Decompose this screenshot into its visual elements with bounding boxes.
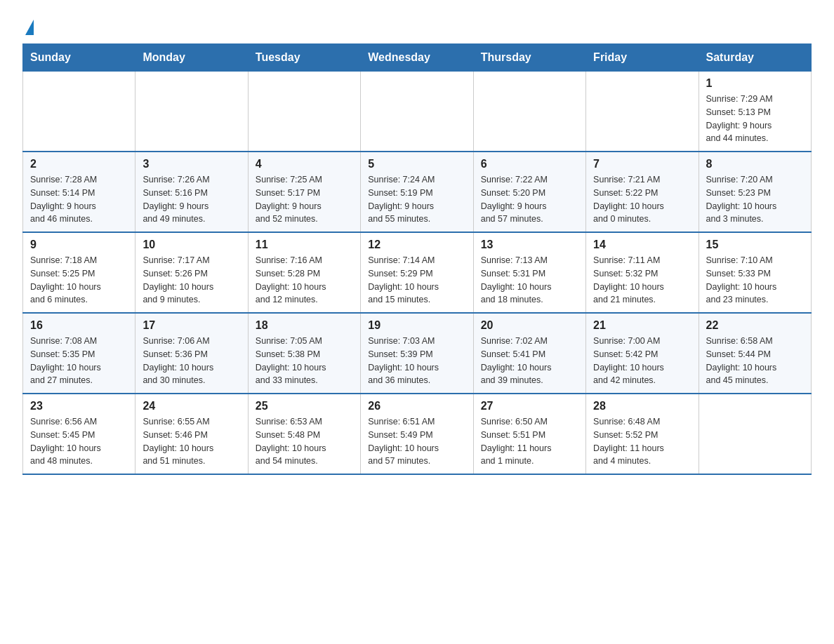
calendar-cell: 7Sunrise: 7:21 AM Sunset: 5:22 PM Daylig… <box>586 152 699 232</box>
day-number: 15 <box>706 239 804 251</box>
calendar-cell <box>699 394 811 474</box>
calendar-cell: 4Sunrise: 7:25 AM Sunset: 5:17 PM Daylig… <box>248 152 360 232</box>
header-cell-friday: Friday <box>586 44 699 72</box>
day-number: 26 <box>368 400 465 412</box>
calendar-header: SundayMondayTuesdayWednesdayThursdayFrid… <box>23 44 812 72</box>
header-cell-thursday: Thursday <box>473 44 585 72</box>
calendar-cell: 12Sunrise: 7:14 AM Sunset: 5:29 PM Dayli… <box>361 232 473 313</box>
calendar-cell: 1Sunrise: 7:29 AM Sunset: 5:13 PM Daylig… <box>699 72 811 152</box>
calendar-cell: 11Sunrise: 7:16 AM Sunset: 5:28 PM Dayli… <box>248 232 360 313</box>
calendar-cell <box>248 72 360 152</box>
day-number: 20 <box>481 319 578 332</box>
day-info: Sunrise: 7:21 AM Sunset: 5:22 PM Dayligh… <box>593 173 691 226</box>
calendar-cell <box>23 72 135 152</box>
day-info: Sunrise: 7:18 AM Sunset: 5:25 PM Dayligh… <box>30 254 128 307</box>
day-info: Sunrise: 7:06 AM Sunset: 5:36 PM Dayligh… <box>143 335 240 387</box>
calendar-body: 1Sunrise: 7:29 AM Sunset: 5:13 PM Daylig… <box>23 72 812 475</box>
header-cell-saturday: Saturday <box>699 44 811 72</box>
day-number: 21 <box>593 319 691 332</box>
day-number: 9 <box>30 239 128 251</box>
calendar-cell: 16Sunrise: 7:08 AM Sunset: 5:35 PM Dayli… <box>23 313 135 394</box>
day-info: Sunrise: 7:22 AM Sunset: 5:20 PM Dayligh… <box>481 173 578 226</box>
day-info: Sunrise: 6:56 AM Sunset: 5:45 PM Dayligh… <box>30 415 128 468</box>
day-info: Sunrise: 7:00 AM Sunset: 5:42 PM Dayligh… <box>593 335 691 387</box>
calendar-cell <box>361 72 473 152</box>
calendar-cell: 26Sunrise: 6:51 AM Sunset: 5:49 PM Dayli… <box>361 394 473 474</box>
day-info: Sunrise: 7:14 AM Sunset: 5:29 PM Dayligh… <box>368 254 465 307</box>
day-info: Sunrise: 7:28 AM Sunset: 5:14 PM Dayligh… <box>30 173 128 226</box>
day-number: 1 <box>706 77 804 90</box>
day-number: 18 <box>256 319 353 332</box>
header-cell-wednesday: Wednesday <box>361 44 473 72</box>
calendar-cell: 14Sunrise: 7:11 AM Sunset: 5:32 PM Dayli… <box>586 232 699 313</box>
page-header <box>22 17 812 35</box>
calendar-table: SundayMondayTuesdayWednesdayThursdayFrid… <box>22 43 812 475</box>
day-info: Sunrise: 7:05 AM Sunset: 5:38 PM Dayligh… <box>256 335 353 387</box>
day-number: 10 <box>143 239 240 251</box>
calendar-cell: 15Sunrise: 7:10 AM Sunset: 5:33 PM Dayli… <box>699 232 811 313</box>
logo-triangle-icon <box>25 20 34 35</box>
calendar-week-row: 1Sunrise: 7:29 AM Sunset: 5:13 PM Daylig… <box>23 72 812 152</box>
day-number: 14 <box>593 239 691 251</box>
day-number: 13 <box>481 239 578 251</box>
day-info: Sunrise: 6:53 AM Sunset: 5:48 PM Dayligh… <box>256 415 353 468</box>
calendar-cell: 5Sunrise: 7:24 AM Sunset: 5:19 PM Daylig… <box>361 152 473 232</box>
day-number: 2 <box>30 158 128 170</box>
calendar-cell <box>586 72 699 152</box>
calendar-cell: 18Sunrise: 7:05 AM Sunset: 5:38 PM Dayli… <box>248 313 360 394</box>
day-number: 11 <box>256 239 353 251</box>
day-info: Sunrise: 7:08 AM Sunset: 5:35 PM Dayligh… <box>30 335 128 387</box>
day-number: 5 <box>368 158 465 170</box>
day-number: 6 <box>481 158 578 170</box>
header-cell-sunday: Sunday <box>23 44 135 72</box>
calendar-week-row: 2Sunrise: 7:28 AM Sunset: 5:14 PM Daylig… <box>23 152 812 232</box>
calendar-cell: 19Sunrise: 7:03 AM Sunset: 5:39 PM Dayli… <box>361 313 473 394</box>
calendar-cell: 20Sunrise: 7:02 AM Sunset: 5:41 PM Dayli… <box>473 313 585 394</box>
day-info: Sunrise: 7:13 AM Sunset: 5:31 PM Dayligh… <box>481 254 578 307</box>
day-info: Sunrise: 7:02 AM Sunset: 5:41 PM Dayligh… <box>481 335 578 387</box>
calendar-cell <box>473 72 585 152</box>
day-number: 12 <box>368 239 465 251</box>
day-number: 27 <box>481 400 578 412</box>
calendar-cell: 13Sunrise: 7:13 AM Sunset: 5:31 PM Dayli… <box>473 232 585 313</box>
day-number: 23 <box>30 400 128 412</box>
day-number: 7 <box>593 158 691 170</box>
day-number: 22 <box>706 319 804 332</box>
day-info: Sunrise: 6:48 AM Sunset: 5:52 PM Dayligh… <box>593 415 691 468</box>
day-info: Sunrise: 6:51 AM Sunset: 5:49 PM Dayligh… <box>368 415 465 468</box>
calendar-cell: 27Sunrise: 6:50 AM Sunset: 5:51 PM Dayli… <box>473 394 585 474</box>
day-info: Sunrise: 7:24 AM Sunset: 5:19 PM Dayligh… <box>368 173 465 226</box>
day-number: 17 <box>143 319 240 332</box>
day-info: Sunrise: 6:58 AM Sunset: 5:44 PM Dayligh… <box>706 335 804 387</box>
day-info: Sunrise: 7:16 AM Sunset: 5:28 PM Dayligh… <box>256 254 353 307</box>
calendar-cell: 17Sunrise: 7:06 AM Sunset: 5:36 PM Dayli… <box>135 313 248 394</box>
day-info: Sunrise: 6:50 AM Sunset: 5:51 PM Dayligh… <box>481 415 578 468</box>
day-number: 24 <box>143 400 240 412</box>
calendar-week-row: 23Sunrise: 6:56 AM Sunset: 5:45 PM Dayli… <box>23 394 812 474</box>
day-info: Sunrise: 6:55 AM Sunset: 5:46 PM Dayligh… <box>143 415 240 468</box>
day-info: Sunrise: 7:03 AM Sunset: 5:39 PM Dayligh… <box>368 335 465 387</box>
day-number: 19 <box>368 319 465 332</box>
day-number: 16 <box>30 319 128 332</box>
calendar-week-row: 16Sunrise: 7:08 AM Sunset: 5:35 PM Dayli… <box>23 313 812 394</box>
calendar-cell <box>135 72 248 152</box>
header-cell-tuesday: Tuesday <box>248 44 360 72</box>
calendar-week-row: 9Sunrise: 7:18 AM Sunset: 5:25 PM Daylig… <box>23 232 812 313</box>
logo <box>22 17 35 35</box>
calendar-cell: 22Sunrise: 6:58 AM Sunset: 5:44 PM Dayli… <box>699 313 811 394</box>
day-info: Sunrise: 7:17 AM Sunset: 5:26 PM Dayligh… <box>143 254 240 307</box>
calendar-cell: 9Sunrise: 7:18 AM Sunset: 5:25 PM Daylig… <box>23 232 135 313</box>
day-info: Sunrise: 7:25 AM Sunset: 5:17 PM Dayligh… <box>256 173 353 226</box>
calendar-cell: 23Sunrise: 6:56 AM Sunset: 5:45 PM Dayli… <box>23 394 135 474</box>
day-number: 28 <box>593 400 691 412</box>
calendar-cell: 6Sunrise: 7:22 AM Sunset: 5:20 PM Daylig… <box>473 152 585 232</box>
calendar-cell: 21Sunrise: 7:00 AM Sunset: 5:42 PM Dayli… <box>586 313 699 394</box>
calendar-cell: 10Sunrise: 7:17 AM Sunset: 5:26 PM Dayli… <box>135 232 248 313</box>
day-info: Sunrise: 7:29 AM Sunset: 5:13 PM Dayligh… <box>706 93 804 145</box>
calendar-cell: 25Sunrise: 6:53 AM Sunset: 5:48 PM Dayli… <box>248 394 360 474</box>
day-info: Sunrise: 7:26 AM Sunset: 5:16 PM Dayligh… <box>143 173 240 226</box>
day-number: 25 <box>256 400 353 412</box>
day-info: Sunrise: 7:10 AM Sunset: 5:33 PM Dayligh… <box>706 254 804 307</box>
day-number: 3 <box>143 158 240 170</box>
calendar-cell: 3Sunrise: 7:26 AM Sunset: 5:16 PM Daylig… <box>135 152 248 232</box>
